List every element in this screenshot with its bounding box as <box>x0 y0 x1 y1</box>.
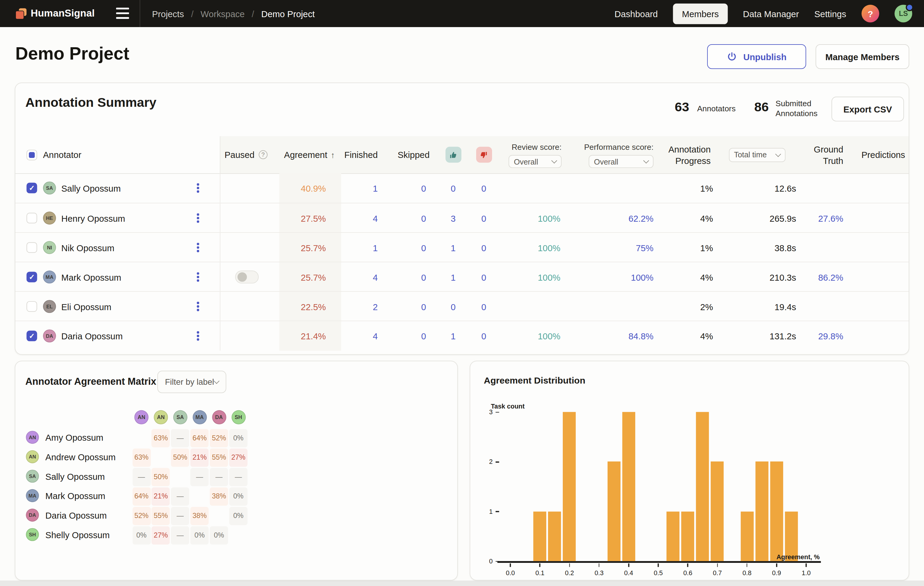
review-score-cell: 100% <box>499 262 567 292</box>
column-skipped[interactable]: Skipped <box>389 136 438 173</box>
help-icon[interactable]: ? <box>861 5 879 23</box>
paused-toggle[interactable] <box>235 271 259 283</box>
matrix-column-avatar: AN <box>154 410 168 424</box>
x-tick <box>510 563 511 567</box>
row-menu-kebab-icon[interactable] <box>194 329 202 343</box>
matrix-cell: 50% <box>171 448 190 467</box>
column-ground-truth[interactable]: Ground Truth <box>797 136 846 173</box>
row-checkbox[interactable]: ✓ <box>26 183 37 193</box>
annotator-name: Henry Opossum <box>61 213 125 223</box>
accepted-cell: 1 <box>438 262 469 292</box>
matrix-row-name: Amy Opossum <box>45 432 104 442</box>
matrix-row-name: Sally Opossum <box>45 471 105 481</box>
rejected-column-thumbs-down-icon[interactable] <box>476 147 492 163</box>
rejected-cell: 0 <box>469 203 499 233</box>
rejected-cell: 0 <box>469 321 499 351</box>
column-paused[interactable]: Paused ? <box>224 136 267 173</box>
column-annotation-progress[interactable]: Annotation Progress <box>659 136 716 173</box>
matrix-cell: 64% <box>190 429 209 447</box>
histogram-bar <box>548 512 561 561</box>
y-tick <box>496 561 499 562</box>
performance-score-cell <box>568 173 660 203</box>
predictions-cell <box>845 203 909 233</box>
accepted-column-thumbs-up-icon[interactable] <box>445 147 461 163</box>
histogram-bar <box>681 512 694 561</box>
nav-item-members[interactable]: Members <box>673 3 728 24</box>
row-menu-kebab-icon[interactable] <box>194 299 202 314</box>
row-menu-kebab-icon[interactable] <box>194 211 202 225</box>
paused-cell <box>220 262 279 292</box>
breadcrumb-workspace[interactable]: Workspace <box>201 8 244 18</box>
table-row: ✓SASally Opossum40.9%10001%12.6s <box>15 173 909 203</box>
paused-help-icon[interactable]: ? <box>259 150 267 159</box>
breadcrumb-projects[interactable]: Projects <box>152 8 184 18</box>
annotation-summary-card: Annotation Summary 63 Annotators 86 Subm… <box>15 83 909 355</box>
brand[interactable]: HumanSignal <box>15 0 95 27</box>
matrix-cell: 0% <box>229 487 248 505</box>
agreement-cell: 21.4% <box>279 321 342 351</box>
nav-right: Dashboard Members Data Manager Settings … <box>614 0 912 27</box>
row-checkbox[interactable]: ✓ <box>26 330 37 341</box>
manage-members-button[interactable]: Manage Members <box>816 44 909 69</box>
annotator-name: Nik Opossum <box>61 243 114 253</box>
predictions-cell <box>845 262 909 292</box>
accepted-cell: 1 <box>438 321 469 351</box>
avatar: SA <box>43 182 56 194</box>
export-csv-button[interactable]: Export CSV <box>832 97 904 121</box>
column-finished[interactable]: Finished <box>341 136 389 173</box>
table-row: NINik Opossum25.7%1010100%75%1%38.8s <box>15 232 909 262</box>
histogram-bar <box>607 462 620 561</box>
unpublish-button[interactable]: Unpublish <box>707 44 806 69</box>
y-tick-label: 0 <box>470 558 492 565</box>
review-score-dropdown[interactable]: Overall <box>508 155 561 168</box>
matrix-cell: — <box>171 507 190 525</box>
matrix-cell: 0% <box>132 526 151 545</box>
agreement-cell: 25.7% <box>279 233 342 262</box>
x-tick-label: 0.8 <box>735 569 759 577</box>
x-axis-line <box>497 561 821 563</box>
total-time-dropdown[interactable]: Total time <box>729 148 785 162</box>
row-checkbox[interactable] <box>26 242 37 253</box>
nav-item-settings[interactable]: Settings <box>814 8 846 18</box>
hamburger-menu-icon[interactable] <box>116 8 129 19</box>
row-menu-kebab-icon[interactable] <box>194 181 202 195</box>
chart-x-axis-label: Agreement, % <box>761 553 820 561</box>
select-all-checkbox[interactable] <box>26 150 37 160</box>
matrix-row-avatar: AN <box>26 450 39 463</box>
x-tick-label: 0.0 <box>498 569 522 577</box>
rejected-cell: 0 <box>469 292 499 321</box>
performance-score-cell: 62.2% <box>568 203 660 233</box>
agreement-cell: 27.5% <box>279 203 342 233</box>
annotator-cell: ✓MAMark Opossum <box>15 262 220 292</box>
chevron-down-icon <box>644 158 649 163</box>
row-menu-kebab-icon[interactable] <box>194 240 202 254</box>
rejected-cell: 0 <box>469 233 499 262</box>
column-agreement[interactable]: Agreement ↑ <box>284 136 335 173</box>
table-row: ✓MAMark Opossum25.7%4010100%100%4%210.3s… <box>15 262 909 292</box>
performance-score-dropdown[interactable]: Overall <box>589 155 653 168</box>
column-predictions[interactable]: Predictions <box>845 136 909 173</box>
matrix-row-avatar: AN <box>26 431 39 444</box>
total-time-cell: 12.6s <box>716 173 797 203</box>
skipped-cell: 0 <box>389 173 438 203</box>
ground-truth-cell: 27.6% <box>797 203 846 233</box>
review-score-cell <box>499 292 567 321</box>
page-content: Demo Project Unpublish Manage Members An… <box>0 27 924 581</box>
finished-cell: 1 <box>341 233 389 262</box>
user-avatar[interactable]: LS <box>894 5 912 23</box>
matrix-column-avatar: SH <box>231 410 246 424</box>
table-row: ✓DADaria Opossum21.4%4010100%84.8%4%131.… <box>15 321 909 351</box>
filter-by-label-dropdown[interactable]: Filter by label <box>157 371 226 393</box>
row-checkbox[interactable]: ✓ <box>26 272 37 282</box>
row-checkbox[interactable] <box>26 301 37 312</box>
skipped-cell: 0 <box>389 321 438 351</box>
row-checkbox[interactable] <box>26 213 37 223</box>
nav-item-data-manager[interactable]: Data Manager <box>743 8 799 18</box>
finished-cell: 2 <box>341 292 389 321</box>
x-tick-label: 0.4 <box>617 569 640 577</box>
progress-cell: 1% <box>659 233 716 262</box>
sort-ascending-icon: ↑ <box>331 150 335 159</box>
y-tick <box>496 461 499 463</box>
nav-item-dashboard[interactable]: Dashboard <box>614 8 658 18</box>
row-menu-kebab-icon[interactable] <box>194 270 202 284</box>
